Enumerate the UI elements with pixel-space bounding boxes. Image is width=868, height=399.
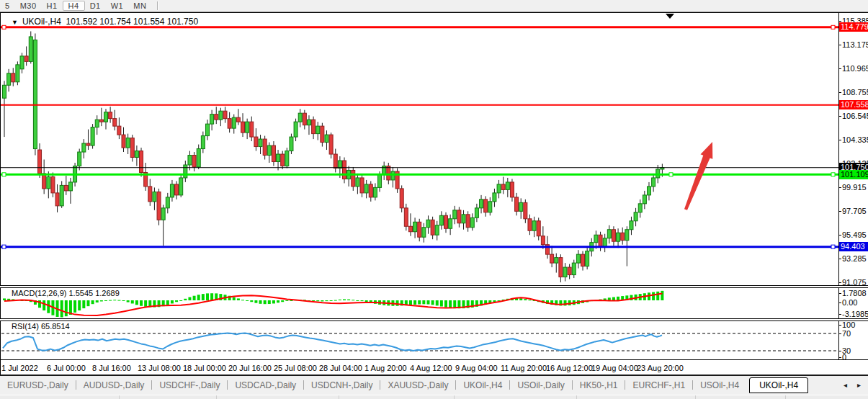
macd-signal-line: [4, 294, 662, 315]
horizontal-lines: [1, 25, 838, 248]
support-line-green-handle[interactable]: [831, 173, 835, 176]
support-line-blue-handle[interactable]: [2, 245, 6, 248]
resistance-line-lower-price-label: 107.558: [839, 100, 868, 109]
chart-plot: [0, 0, 868, 399]
rsi-line: [3, 333, 662, 351]
mt4-window: { "toolbar": { "timeframes": ["5", "M30"…: [0, 0, 868, 399]
support-line-green-handle[interactable]: [669, 173, 673, 176]
support-line-blue-handle[interactable]: [831, 245, 835, 248]
resistance-line-upper-handle[interactable]: [2, 25, 6, 29]
support-line-green-handle[interactable]: [2, 173, 6, 176]
trend-arrow-drawing[interactable]: [684, 142, 712, 210]
support-line-green-price-label: 101.109: [839, 170, 868, 179]
bar-shift-marker-icon: [666, 14, 674, 19]
resistance-line-upper-handle[interactable]: [831, 25, 835, 29]
resistance-line-upper-price-label: 114.779: [839, 22, 868, 32]
support-line-blue-price-label: 94.403: [839, 242, 868, 251]
candlestick-series: [3, 31, 664, 282]
rsi-indicator: [1, 333, 838, 351]
